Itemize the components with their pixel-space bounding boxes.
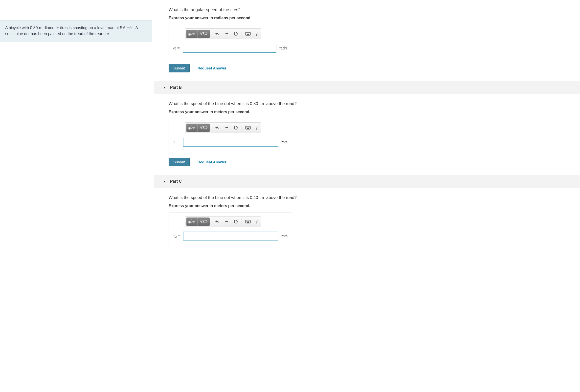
greek-symbols-button[interactable]: ΑΣΦ <box>198 124 210 132</box>
svg-rect-9 <box>249 33 250 33</box>
problem-panel: A bicycle with 0.80-m-diameter tires is … <box>0 0 152 392</box>
variable-label: v1 = <box>173 139 180 145</box>
question-text: What is the speed of the blue dot when i… <box>169 195 570 200</box>
svg-rect-46 <box>249 222 250 222</box>
svg-rect-32 <box>189 222 190 223</box>
instruction-text: Express your answer in meters per second… <box>169 204 570 208</box>
request-answer-link[interactable]: Request Answer <box>198 66 226 70</box>
keyboard-button[interactable] <box>243 30 253 38</box>
svg-rect-11 <box>247 34 247 34</box>
part-c-content: What is the speed of the blue dot when i… <box>154 188 580 249</box>
part-a-content: What is the angular speed of the tires? … <box>154 0 580 81</box>
help-button[interactable]: ? <box>254 124 260 132</box>
keyboard-button[interactable] <box>243 218 253 226</box>
vertical-divider <box>152 0 152 392</box>
submit-button[interactable]: Submit <box>169 64 190 72</box>
svg-rect-3 <box>193 34 195 35</box>
svg-rect-12 <box>248 34 248 34</box>
svg-rect-44 <box>248 222 248 222</box>
svg-rect-43 <box>247 222 247 222</box>
equation-toolbar: √ ΑΣΦ <box>185 122 261 133</box>
svg-rect-35 <box>193 222 195 223</box>
svg-rect-31 <box>247 128 249 129</box>
svg-rect-27 <box>247 128 247 128</box>
unit-label: m/s <box>281 234 288 239</box>
instruction-text: Express your answer in meters per second… <box>169 110 570 114</box>
reset-button[interactable] <box>232 30 240 38</box>
undo-button[interactable] <box>213 218 221 226</box>
undo-button[interactable] <box>213 30 221 38</box>
svg-rect-40 <box>248 221 249 221</box>
unit-label: m/s <box>281 140 288 144</box>
variable-label: ω = <box>173 46 180 51</box>
part-b-content: What is the speed of the blue dot when i… <box>154 94 580 175</box>
part-b-header[interactable]: ▼ Part B <box>154 81 580 94</box>
chevron-down-icon: ▼ <box>163 86 166 89</box>
svg-rect-39 <box>248 221 248 221</box>
svg-rect-10 <box>246 34 247 34</box>
svg-rect-13 <box>248 34 249 34</box>
templates-button[interactable]: √ <box>186 218 198 226</box>
redo-button[interactable] <box>222 30 231 38</box>
templates-button[interactable]: √ <box>186 30 198 38</box>
instruction-text: Express your answer in radians per secon… <box>169 16 570 20</box>
answer-input[interactable] <box>183 232 279 241</box>
svg-rect-22 <box>247 127 247 127</box>
greek-symbols-button[interactable]: ΑΣΦ <box>198 218 210 226</box>
problem-statement: A bicycle with 0.80-m-diameter tires is … <box>0 20 152 41</box>
reset-button[interactable] <box>232 124 240 132</box>
redo-button[interactable] <box>222 124 231 132</box>
equation-toolbar: √ ΑΣΦ <box>185 28 261 39</box>
svg-rect-25 <box>249 127 250 127</box>
keyboard-button[interactable] <box>243 124 253 132</box>
svg-rect-45 <box>248 222 249 222</box>
answer-box: √ ΑΣΦ <box>169 213 292 246</box>
svg-rect-24 <box>248 127 249 127</box>
part-title: Part B <box>170 85 182 90</box>
redo-button[interactable] <box>222 218 231 226</box>
greek-symbols-button[interactable]: ΑΣΦ <box>198 30 210 38</box>
svg-rect-47 <box>247 222 249 223</box>
svg-rect-21 <box>246 127 247 127</box>
part-c-header[interactable]: ▼ Part C <box>154 175 580 188</box>
svg-rect-38 <box>247 221 247 221</box>
question-text: What is the angular speed of the tires? <box>169 7 570 12</box>
answer-input[interactable] <box>183 44 277 53</box>
svg-rect-19 <box>193 128 195 129</box>
help-button[interactable]: ? <box>254 30 260 38</box>
answer-input[interactable] <box>183 138 279 146</box>
svg-rect-16 <box>189 128 190 129</box>
submit-button[interactable]: Submit <box>169 158 190 166</box>
svg-rect-42 <box>246 222 247 222</box>
svg-rect-14 <box>249 34 250 34</box>
chevron-down-icon: ▼ <box>163 180 166 183</box>
svg-text:√: √ <box>191 221 193 224</box>
question-text: What is the speed of the blue dot when i… <box>169 101 570 106</box>
svg-text:√: √ <box>191 33 193 36</box>
svg-rect-23 <box>248 127 248 127</box>
variable-label: v2 = <box>173 233 180 239</box>
svg-rect-6 <box>247 33 247 33</box>
svg-rect-0 <box>189 34 190 35</box>
svg-rect-8 <box>248 33 249 33</box>
svg-rect-37 <box>246 221 247 221</box>
answer-box: √ ΑΣΦ <box>169 119 292 152</box>
templates-button[interactable]: √ <box>186 124 198 132</box>
svg-rect-29 <box>248 128 249 128</box>
svg-rect-26 <box>246 128 247 128</box>
help-button[interactable]: ? <box>254 218 260 226</box>
unit-label: rad/s <box>279 46 288 51</box>
reset-button[interactable] <box>232 218 240 226</box>
svg-rect-30 <box>249 128 250 128</box>
svg-rect-15 <box>247 34 249 35</box>
answer-box: √ ΑΣΦ <box>169 25 292 58</box>
part-title: Part C <box>170 179 182 184</box>
undo-button[interactable] <box>213 124 221 132</box>
svg-text:√: √ <box>191 127 193 130</box>
svg-rect-41 <box>249 221 250 221</box>
equation-toolbar: √ ΑΣΦ <box>185 216 261 227</box>
svg-rect-5 <box>246 33 247 33</box>
answer-panel: What is the angular speed of the tires? … <box>154 0 580 392</box>
svg-rect-28 <box>248 128 248 128</box>
request-answer-link[interactable]: Request Answer <box>198 160 226 164</box>
